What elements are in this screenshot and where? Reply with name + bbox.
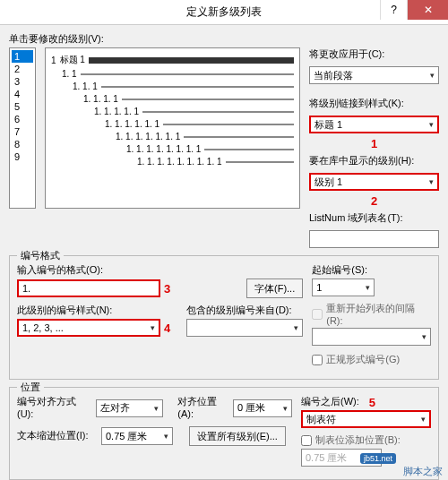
start-at-spinner[interactable]: 1 — [312, 279, 375, 296]
level-item[interactable]: 7 — [12, 125, 33, 138]
restart-checkbox — [312, 309, 323, 320]
align-at-spinner[interactable]: 0 厘米 — [233, 399, 292, 417]
gallery-level-select[interactable]: 级别 1 — [309, 173, 439, 191]
position-section-title: 位置 — [17, 381, 44, 394]
follow-select[interactable]: 制表符 — [301, 410, 431, 428]
listnum-label: ListNum 域列表名(T): — [309, 211, 439, 225]
site-logo: jb51.net — [360, 453, 396, 464]
annotation-3: 3 — [164, 282, 170, 296]
level-item[interactable]: 2 — [12, 63, 33, 75]
align-label: 编号对齐方式(U): — [17, 395, 92, 419]
level-item[interactable]: 8 — [12, 138, 33, 150]
level-item[interactable]: 9 — [12, 150, 33, 163]
annotation-4: 4 — [164, 321, 170, 335]
level-list-label: 单击要修改的级别(V): — [9, 32, 439, 46]
close-button[interactable]: ✕ — [407, 0, 448, 20]
indent-label: 文本缩进位置(I): — [17, 429, 98, 442]
link-style-label: 将级别链接到样式(K): — [309, 97, 439, 110]
level-item[interactable]: 5 — [12, 100, 33, 113]
legal-checkbox[interactable] — [312, 355, 323, 365]
dialog-title: 定义新多级列表 — [186, 4, 262, 20]
level-item[interactable]: 4 — [12, 88, 33, 100]
level-listbox[interactable]: 1 2 3 4 5 6 7 8 9 — [9, 47, 36, 209]
set-all-levels-button[interactable]: 设置所有级别(E)... — [189, 426, 286, 446]
follow-label: 编号之后(W): — [301, 395, 359, 408]
align-at-label: 对齐位置(A): — [177, 395, 229, 419]
number-style-label: 此级别的编号样式(N): — [17, 304, 170, 317]
help-button[interactable]: ? — [380, 0, 407, 20]
apply-to-select[interactable]: 当前段落 — [309, 66, 439, 84]
titlebar: 定义新多级列表 ? ✕ — [0, 0, 448, 25]
include-level-select[interactable] — [186, 319, 303, 337]
indent-spinner[interactable]: 0.75 厘米 — [101, 427, 173, 445]
number-style-select[interactable]: 1, 2, 3, ... — [17, 319, 160, 337]
include-level-label: 包含的级别编号来自(D): — [186, 304, 303, 317]
level-item[interactable]: 3 — [12, 75, 33, 88]
apply-to-label: 将更改应用于(C): — [309, 47, 439, 61]
start-at-label: 起始编号(S): — [312, 263, 431, 277]
annotation-5: 5 — [369, 396, 375, 409]
tab-stop-checkbox[interactable] — [301, 435, 312, 446]
gallery-level-label: 要在库中显示的级别(H): — [309, 154, 439, 167]
annotation-2: 2 — [371, 194, 377, 208]
number-format-label: 输入编号的格式(O): — [17, 263, 303, 277]
align-select[interactable]: 左对齐 — [96, 399, 163, 417]
font-button[interactable]: 字体(F)... — [246, 279, 303, 298]
format-section-title: 编号格式 — [17, 249, 64, 262]
preview-pane: 1 标题 1 1. 11. 1. 11. 1. 1. 11. 1. 1. 1. … — [45, 47, 300, 209]
number-format-input[interactable]: 1. — [17, 279, 160, 297]
level-item[interactable]: 1 — [12, 50, 33, 63]
listnum-input[interactable] — [309, 230, 439, 248]
watermark: 脚本之家 — [403, 465, 443, 478]
restart-select — [312, 328, 431, 346]
annotation-1: 1 — [371, 137, 377, 150]
link-style-select[interactable]: 标题 1 — [309, 116, 439, 133]
level-item[interactable]: 6 — [12, 113, 33, 125]
